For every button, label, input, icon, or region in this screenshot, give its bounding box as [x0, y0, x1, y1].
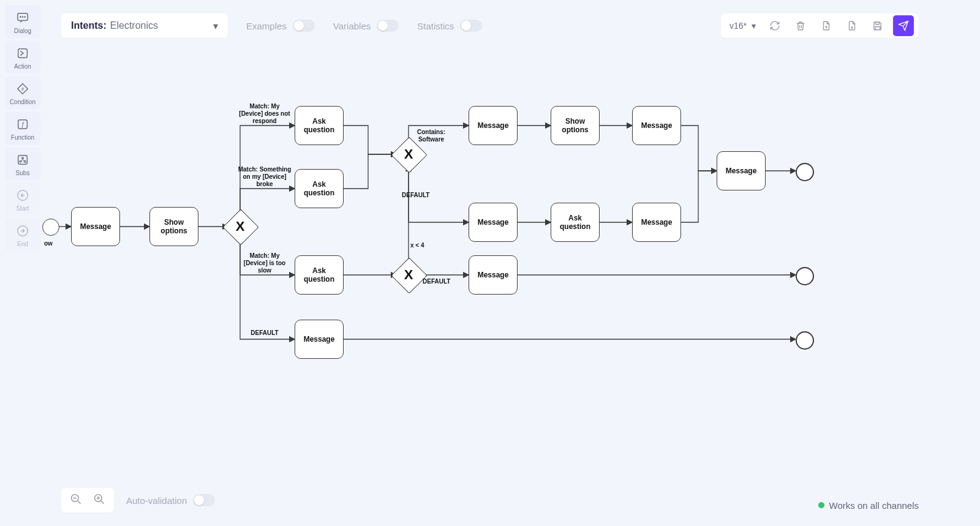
palette-action-label: Action: [14, 63, 31, 70]
palette-subs[interactable]: Subs: [5, 147, 40, 180]
palette-function[interactable]: ƒ Function: [5, 111, 40, 145]
node-palette: Dialog Action if Condition ƒ Function Su…: [5, 5, 40, 251]
subs-icon: [15, 152, 31, 168]
palette-condition-label: Condition: [10, 99, 36, 105]
end-event[interactable]: [796, 331, 814, 350]
diagram-canvas[interactable]: ow Message Show options X Ask question A…: [44, 0, 980, 526]
node-message[interactable]: Message: [469, 255, 518, 295]
node-message[interactable]: Message: [632, 106, 681, 145]
chat-icon: [15, 10, 31, 26]
palette-dialog[interactable]: Dialog: [5, 5, 40, 38]
node-message[interactable]: Message: [295, 320, 344, 359]
palette-function-label: Function: [11, 134, 34, 141]
start-icon: [15, 187, 31, 203]
function-icon: ƒ: [15, 116, 31, 132]
palette-dialog-label: Dialog: [14, 28, 31, 34]
end-event[interactable]: [796, 163, 814, 181]
node-ask-question[interactable]: Ask question: [295, 255, 344, 295]
palette-start-label: Start: [16, 205, 29, 212]
palette-end[interactable]: End: [5, 218, 40, 251]
node-message[interactable]: Message: [717, 151, 766, 190]
action-icon: [15, 45, 31, 61]
node-message[interactable]: Message: [632, 203, 681, 242]
node-show-options[interactable]: Show options: [551, 106, 600, 145]
start-event-label: ow: [44, 240, 53, 247]
node-message[interactable]: Message: [469, 203, 518, 242]
palette-start[interactable]: Start: [5, 182, 40, 216]
svg-text:if: if: [21, 86, 24, 92]
end-icon: [15, 223, 31, 239]
gateway-exclusive[interactable]: X: [228, 214, 252, 239]
node-ask-question[interactable]: Ask question: [551, 203, 600, 242]
gateway-exclusive[interactable]: X: [396, 263, 421, 287]
end-event[interactable]: [796, 267, 814, 285]
palette-action[interactable]: Action: [5, 40, 40, 73]
svg-point-2: [22, 17, 23, 17]
palette-subs-label: Subs: [16, 170, 30, 176]
svg-text:ƒ: ƒ: [21, 121, 24, 128]
svg-point-1: [20, 17, 21, 17]
svg-point-3: [24, 17, 25, 17]
palette-end-label: End: [17, 241, 28, 247]
node-show-options[interactable]: Show options: [149, 207, 198, 246]
node-ask-question[interactable]: Ask question: [295, 106, 344, 145]
svg-point-9: [22, 157, 24, 159]
node-message[interactable]: Message: [71, 207, 120, 246]
node-ask-question[interactable]: Ask question: [295, 169, 344, 208]
node-message[interactable]: Message: [469, 106, 518, 145]
condition-icon: if: [15, 81, 31, 97]
gateway-exclusive[interactable]: X: [396, 142, 421, 167]
palette-condition[interactable]: if Condition: [5, 76, 40, 109]
start-event[interactable]: [42, 219, 59, 236]
